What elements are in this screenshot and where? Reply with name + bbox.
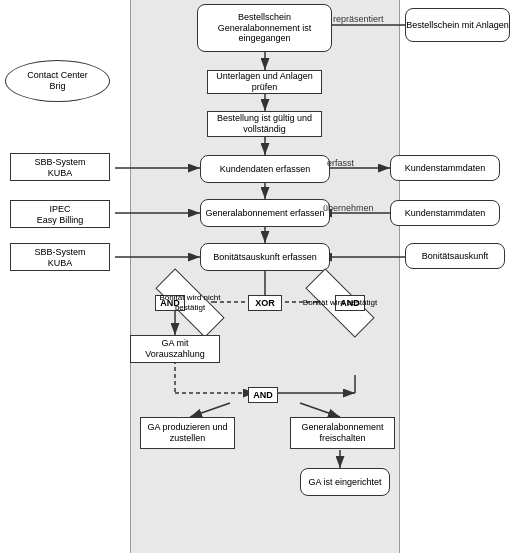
- bonitaetsauskunft-erfassen: Bonitätsauskunft erfassen: [200, 243, 330, 271]
- sbb-kuba1: SBB-SystemKUBA: [10, 153, 110, 181]
- uebernehmen-label: übernehmen: [323, 203, 374, 213]
- ga-vorauszahlung: GA mit Vorauszahlung: [130, 335, 220, 363]
- bestellung-gueltig: Bestellung ist gültig und vollständig: [207, 111, 322, 137]
- sbb-kuba2: SBB-SystemKUBA: [10, 243, 110, 271]
- ipec-easy-billing: IPECEasy Billing: [10, 200, 110, 228]
- ga-produzieren: GA produzieren und zustellen: [140, 417, 235, 449]
- bestellschein-ga: Bestellschein Generalabonnement ist eing…: [197, 4, 332, 52]
- bonitaet-bestaetigt-container: Bonität wird bestätigt: [290, 283, 390, 323]
- contact-center-brig: Contact CenterBrig: [5, 60, 110, 102]
- kundendaten-erfassen: Kundendaten erfassen: [200, 155, 330, 183]
- bonitaet-nicht-bestaetigt-container: Bonität wird nicht bestätigt: [140, 283, 240, 323]
- xor-node: XOR: [248, 295, 282, 311]
- bestellschein-mit-anlagen: Bestellschein mit Anlagen: [405, 8, 510, 42]
- represents-label: repräsentiert: [333, 14, 384, 24]
- kundenstammdaten2: Kundenstammdaten: [390, 200, 500, 226]
- and3-node: AND: [248, 387, 278, 403]
- bonitaet-bestaetigt-label: Bonität wird bestätigt: [295, 298, 385, 308]
- kundenstammdaten1: Kundenstammdaten: [390, 155, 500, 181]
- generalabonnement-freischalten: Generalabonnement freischalten: [290, 417, 395, 449]
- bonitaetsauskunft-data: Bonitätsauskunft: [405, 243, 505, 269]
- diagram-container: Bestellschein Generalabonnement ist eing…: [0, 0, 520, 553]
- erfasst-label: erfasst: [327, 158, 354, 168]
- unterlagen-pruefen: Unterlagen und Anlagen prüfen: [207, 70, 322, 94]
- generalabonnement-erfassen: Generalabonnement erfassen: [200, 199, 330, 227]
- bonitaet-nicht-label: Bonität wird nicht bestätigt: [145, 293, 235, 312]
- ga-eingerichtet: GA ist eingerichtet: [300, 468, 390, 496]
